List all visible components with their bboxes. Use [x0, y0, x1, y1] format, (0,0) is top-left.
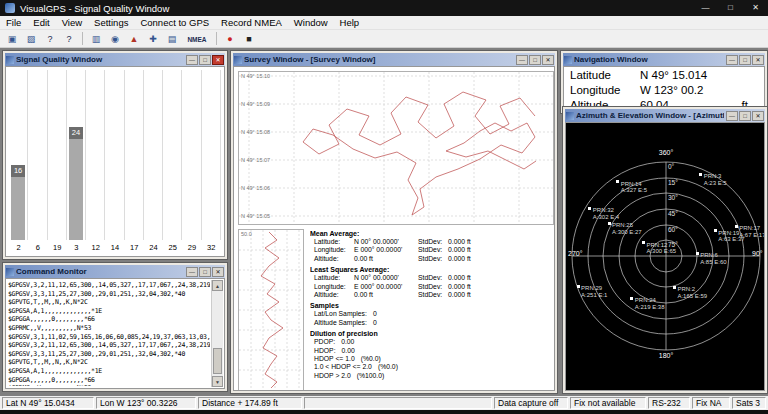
survey-window: Survey Window - [Survey Window] — □ ✕ N …	[230, 50, 558, 394]
menu-bar: FileEditViewSettingsConnect to GPSRecord…	[0, 16, 768, 30]
navigation-window-button[interactable]: ▲	[125, 31, 143, 47]
close-button[interactable]: ✕	[542, 55, 554, 65]
prn-label: 14	[105, 243, 124, 255]
window-icon	[6, 56, 14, 64]
stats-value: 0.00	[342, 347, 355, 355]
menu-item-window[interactable]: Window	[288, 17, 334, 28]
stats-label: PDOP:	[314, 338, 335, 346]
close-button[interactable]: ✕	[212, 267, 224, 277]
nmea-settings-button[interactable]: NMEA	[182, 31, 212, 47]
satellite-label: PRN:25A:300 E:27	[612, 222, 642, 235]
satellite-azel-text: A:85 E:60	[700, 259, 726, 266]
context-help-button[interactable]: ?	[60, 31, 78, 47]
stats-stddev-label: StdDev:	[418, 246, 448, 254]
nmea-sentence: $GPGSV,3,2,11,12,65,300,,14,05,327,,17,1…	[8, 341, 210, 350]
menu-item-help[interactable]: Help	[334, 17, 366, 28]
satellite-azel-text: A:67 E:17	[739, 232, 765, 239]
menu-item-record-nmea[interactable]: Record NMEA	[215, 17, 288, 28]
close-button[interactable]: ✕	[752, 55, 764, 65]
menu-item-edit[interactable]: Edit	[27, 17, 55, 28]
stop-button[interactable]: ■	[240, 31, 258, 47]
status-bar: Lat N 49° 15.0434Lon W 123° 00.3226Dista…	[0, 396, 768, 410]
close-button[interactable]: ✕	[752, 111, 764, 121]
navigation-titlebar[interactable]: Navigation Window — □ ✕	[563, 53, 765, 66]
nmea-sentence: $GPVTG,T,,M,,N,,K,N*2C	[8, 298, 210, 307]
signal-bar: 24	[69, 127, 83, 240]
window-icon	[564, 56, 572, 64]
menu-item-view[interactable]: View	[56, 17, 88, 28]
latitude-label: N 49° 15.10	[241, 73, 270, 79]
satellite-label: PRN:14A:327 E:5	[621, 181, 647, 194]
stats-label: Altitude Samples:	[314, 319, 367, 327]
maximize-button[interactable]: □	[739, 111, 751, 121]
maximize-button[interactable]: □	[718, 0, 743, 16]
maximize-button[interactable]: □	[529, 55, 541, 65]
minimize-button[interactable]: —	[516, 55, 528, 65]
satellite-azel-text: A:165 E:59	[677, 293, 707, 300]
compass-label-top: 360°	[659, 149, 673, 156]
minimize-button[interactable]: —	[726, 111, 738, 121]
command-monitor-button[interactable]: ▤	[163, 31, 181, 47]
stats-stddev-value: 0.000 ft	[448, 255, 471, 263]
prn-label: 19	[48, 243, 67, 255]
record-button[interactable]: ●	[221, 31, 239, 47]
satellite-marker-prn-32	[588, 207, 591, 210]
nmea-sentence-list: $GPGSV,3,2,11,12,65,300,,14,05,327,,17,1…	[8, 281, 210, 386]
stats-row: PDOP:0.00	[310, 338, 486, 346]
nmea-sentence: $GPRMC,,V,,,,,,,,,,N*53	[8, 324, 210, 333]
satellite-marker-prn-25	[608, 222, 611, 225]
close-button[interactable]: ✕	[212, 55, 224, 65]
stats-label: Longitude:	[314, 246, 354, 254]
scroll-up-icon[interactable]: ▲	[212, 280, 223, 291]
azimuth-elevation-window: Azimuth & Elevation Window - [Azimuth & …	[562, 106, 768, 394]
azimuth-titlebar[interactable]: Azimuth & Elevation Window - [Azimuth & …	[565, 109, 765, 122]
stats-section-header: Samples	[310, 302, 486, 309]
window-controls: — □ ✕	[693, 0, 768, 16]
stats-label: Latitude:	[314, 274, 354, 282]
prn-label: 24	[144, 243, 163, 255]
status-segment: Distance + 174.89 ft	[198, 397, 302, 409]
maximize-button[interactable]: □	[739, 55, 751, 65]
compass-label-bottom: 180°	[659, 352, 673, 359]
signal-quality-titlebar[interactable]: Signal Quality Window — □ ✕	[5, 53, 225, 66]
survey-window-button[interactable]: ✚	[144, 31, 162, 47]
nav-row-longitude: LongitudeW 123° 00.2	[564, 82, 764, 97]
maximize-button[interactable]: □	[199, 55, 211, 65]
nmea-sentence: $GPRMC,,V,,,,,,,,,,N*53	[8, 384, 210, 386]
signal-column-prn-24	[144, 70, 163, 240]
menu-item-connect-to-gps[interactable]: Connect to GPS	[134, 17, 215, 28]
stats-value: (%0.0)	[378, 363, 398, 371]
app-icon	[5, 3, 15, 13]
stats-row: Longitude:E 000° 00.0000'StdDev:0.000 ft	[310, 246, 486, 254]
mdi-workspace: Signal Quality Window — □ ✕ 1624 2619312…	[0, 48, 768, 396]
close-button[interactable]: ✕	[743, 0, 768, 16]
about-button[interactable]: ?	[41, 31, 59, 47]
minimize-button[interactable]: —	[186, 267, 198, 277]
stats-row: Longitude:E 000° 00.0000'StdDev:0.000 ft	[310, 283, 486, 291]
prn-label: 6	[28, 243, 47, 255]
new-window-button[interactable]: ▣	[3, 31, 21, 47]
nav-label: Longitude	[570, 84, 640, 96]
satellite-label: PRN:24A:219 E:38	[635, 297, 665, 310]
menu-item-settings[interactable]: Settings	[88, 17, 134, 28]
maximize-button[interactable]: □	[199, 267, 211, 277]
menu-item-file[interactable]: File	[0, 17, 27, 28]
cascade-windows-button[interactable]: ▨	[22, 31, 40, 47]
minimize-button[interactable]: —	[186, 55, 198, 65]
stats-label: Lat/Lon Samples:	[314, 310, 367, 318]
prn-label: 12	[86, 243, 105, 255]
signal-column-prn-32	[202, 70, 221, 240]
azimuth-elevation-window-button[interactable]: ◉	[106, 31, 124, 47]
signal-quality-window-button[interactable]: ▥	[87, 31, 105, 47]
scrollbar-thumb[interactable]	[213, 348, 222, 374]
survey-titlebar[interactable]: Survey Window - [Survey Window] — □ ✕	[233, 53, 555, 66]
toolbar: ▣▨??▥◉▲✚▤NMEA●■	[0, 30, 768, 48]
stats-value: N 00° 00.0000'	[354, 238, 418, 246]
navigation-content: LatitudeN 49° 15.014LongitudeW 123° 00.2…	[563, 66, 765, 111]
scroll-down-icon[interactable]: ▼	[212, 376, 223, 387]
command-monitor-titlebar[interactable]: Command Monitor — □ ✕	[5, 265, 225, 278]
minimize-button[interactable]: —	[726, 55, 738, 65]
minimize-button[interactable]: —	[693, 0, 718, 16]
command-monitor-scrollbar[interactable]: ▲ ▼	[211, 280, 223, 387]
navigation-title: Navigation Window	[574, 55, 724, 64]
